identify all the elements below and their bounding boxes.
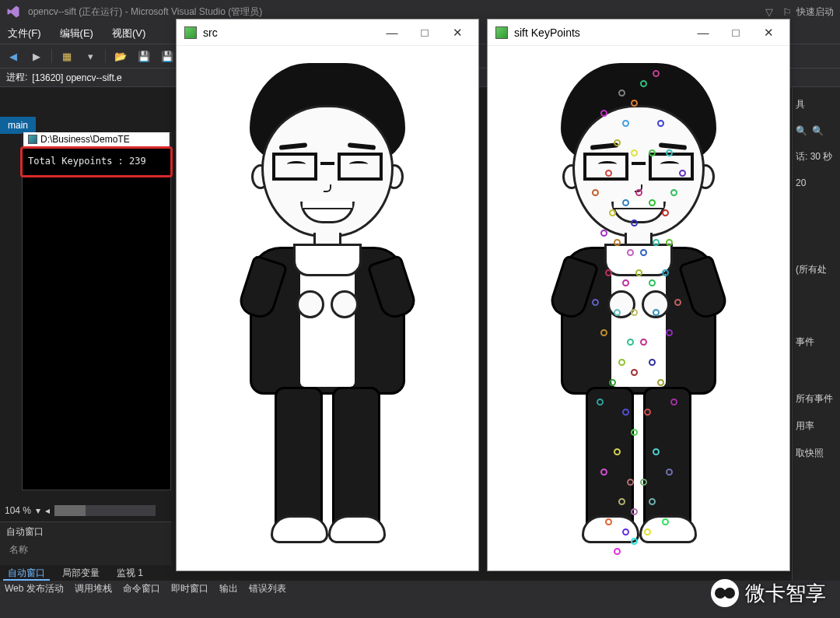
vs-logo-icon: [6, 5, 20, 19]
keypoint-marker: [666, 469, 673, 476]
keypoint-marker: [618, 359, 625, 366]
keypoint-marker: [657, 379, 664, 386]
keypoint-marker: [657, 120, 664, 127]
keypoint-marker: [622, 528, 629, 535]
autos-name-col: 名称: [0, 542, 171, 558]
status-command[interactable]: 命令窗口: [123, 582, 160, 595]
snapshot-label[interactable]: 取快照: [793, 447, 840, 460]
annotation-highlight: [20, 146, 173, 177]
bottom-tabs: 自动窗口 局部变量 监视 1: [0, 565, 151, 581]
session-value: 20: [793, 177, 840, 188]
keypoint-marker: [600, 469, 607, 476]
keypoint-marker: [662, 269, 669, 276]
status-errors[interactable]: 错误列表: [249, 582, 286, 595]
keypoint-marker: [666, 329, 673, 336]
save-all-icon[interactable]: 💾: [159, 47, 176, 65]
window-title: opencv--sift (正在运行) - Microsoft Visual S…: [28, 5, 761, 19]
window-kp-titlebar[interactable]: sift KeyPoints — □ ✕: [488, 19, 789, 46]
keypoint-marker: [649, 149, 656, 156]
keypoint-marker: [627, 249, 634, 256]
window-src-titlebar[interactable]: src — □ ✕: [177, 19, 478, 46]
new-icon[interactable]: ▦: [58, 47, 75, 65]
maximize-button[interactable]: □: [411, 26, 438, 39]
keypoint-marker: [635, 269, 642, 276]
close-button[interactable]: ✕: [755, 26, 782, 40]
all-events-label[interactable]: 所有事件: [793, 392, 840, 406]
console-icon: [28, 135, 37, 144]
tool-label: 具: [793, 98, 840, 111]
menu-edit[interactable]: 编辑(E): [55, 25, 98, 42]
nav-back-icon[interactable]: ◀: [5, 47, 22, 65]
tab-autos[interactable]: 自动窗口: [3, 565, 50, 581]
minimize-button[interactable]: —: [379, 26, 405, 39]
zoom-out-icon[interactable]: 🔍: [812, 125, 824, 136]
flag-icon[interactable]: ⚐: [782, 6, 792, 18]
minimize-button[interactable]: —: [690, 26, 716, 39]
zoom-value: 104 %: [5, 505, 31, 516]
keypoint-marker: [640, 249, 647, 256]
close-button[interactable]: ✕: [444, 26, 471, 40]
keypoint-marker: [631, 508, 638, 515]
keypoint-marker: [605, 170, 612, 177]
process-value[interactable]: [13620] opencv--sift.e: [32, 72, 121, 83]
separator: [105, 49, 106, 63]
window-kp-title: sift KeyPoints: [514, 26, 580, 39]
keypoint-marker: [640, 80, 647, 87]
keypoint-marker: [597, 399, 604, 406]
keypoint-marker: [662, 209, 669, 216]
menu-view[interactable]: 视图(V): [107, 25, 150, 42]
console-title-text: D:\Business\DemoTE: [40, 134, 130, 145]
keypoint-marker: [644, 528, 651, 535]
status-output[interactable]: 输出: [219, 582, 238, 595]
keypoints-image: [530, 63, 747, 561]
keypoint-marker: [600, 329, 607, 336]
keypoint-marker: [640, 479, 647, 486]
nav-fwd-icon[interactable]: ▶: [28, 47, 45, 65]
keypoint-marker: [614, 548, 621, 555]
autos-panel: 自动窗口 名称: [0, 521, 171, 565]
diagnostics-panel: 具 🔍 🔍 话: 30 秒 20 (所有处 事件 所有事件 用率 取快照: [792, 87, 840, 581]
usage-label: 用率: [793, 420, 840, 433]
chevron-down-icon[interactable]: ▾: [36, 505, 40, 516]
keypoint-marker: [649, 199, 656, 206]
open-icon[interactable]: 📂: [112, 47, 129, 65]
keypoint-marker: [618, 498, 625, 505]
window-src: src — □ ✕: [176, 19, 479, 571]
events-label[interactable]: 事件: [793, 335, 840, 349]
keypoint-marker: [600, 230, 607, 237]
keypoint-marker: [670, 399, 677, 406]
console-titlebar[interactable]: D:\Business\DemoTE: [23, 132, 170, 146]
document-tab[interactable]: main: [0, 117, 36, 134]
window-src-body: [177, 46, 478, 571]
status-immediate[interactable]: 即时窗口: [171, 582, 208, 595]
scroll-left-icon[interactable]: ◂: [45, 505, 50, 516]
zoom-in-icon[interactable]: 🔍: [796, 125, 807, 136]
keypoint-marker: [662, 518, 669, 525]
status-web[interactable]: Web 发布活动: [5, 582, 64, 595]
keypoint-marker: [614, 309, 621, 316]
quick-launch[interactable]: 快速启动: [796, 5, 834, 19]
window-src-title: src: [203, 26, 218, 39]
wechat-icon: [711, 579, 739, 607]
tab-watch[interactable]: 监视 1: [112, 565, 148, 581]
tab-locals[interactable]: 局部变量: [58, 565, 104, 581]
zoom-control[interactable]: 104 % ▾ ◂: [0, 503, 160, 518]
filter-icon[interactable]: ▽: [765, 6, 773, 18]
maximize-button[interactable]: □: [723, 26, 749, 39]
session-label: 话: 30 秒: [793, 150, 840, 163]
source-image: [219, 63, 436, 561]
watermark-text: 微卡智享: [745, 580, 826, 607]
separator: [51, 49, 52, 63]
save-icon[interactable]: 💾: [135, 47, 152, 65]
process-label: 进程:: [6, 71, 27, 84]
filter-label[interactable]: (所有处: [793, 263, 840, 276]
keypoint-marker: [605, 518, 612, 525]
horizontal-scrollbar[interactable]: [54, 505, 156, 516]
status-callstack[interactable]: 调用堆栈: [75, 582, 112, 595]
window-kp-body: [488, 46, 789, 571]
console-window: [22, 132, 171, 490]
keypoint-marker: [631, 429, 638, 436]
keypoint-marker: [622, 279, 629, 286]
menu-file[interactable]: 文件(F): [3, 25, 46, 42]
dropdown-icon[interactable]: ▾: [82, 47, 99, 65]
